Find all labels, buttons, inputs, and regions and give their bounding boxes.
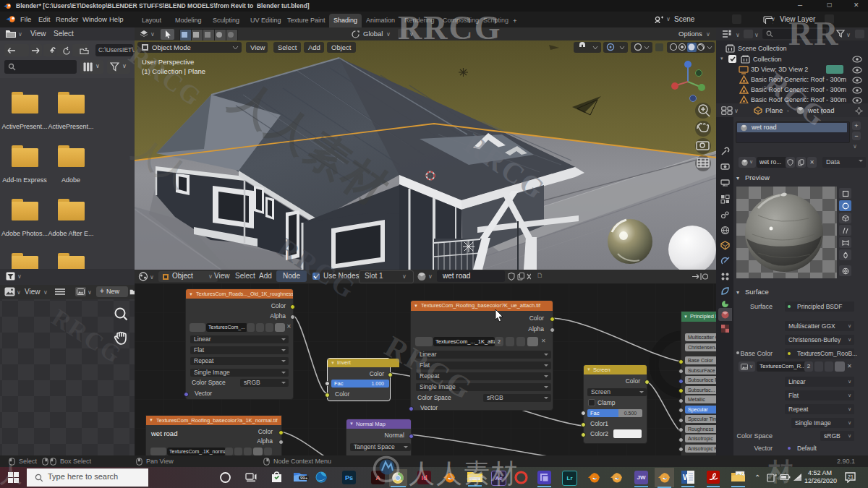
svg-text:Object: Object	[331, 43, 352, 51]
svg-text:(1) Collection | Plane: (1) Collection | Plane	[142, 67, 205, 75]
svg-text:Add: Add	[308, 43, 320, 51]
svg-text:View: View	[250, 43, 265, 51]
svg-text:Select: Select	[278, 43, 297, 51]
svg-text:21: 21	[848, 474, 854, 479]
svg-text:User Perspective: User Perspective	[142, 58, 194, 66]
svg-text:Object Mode: Object Mode	[152, 43, 191, 51]
